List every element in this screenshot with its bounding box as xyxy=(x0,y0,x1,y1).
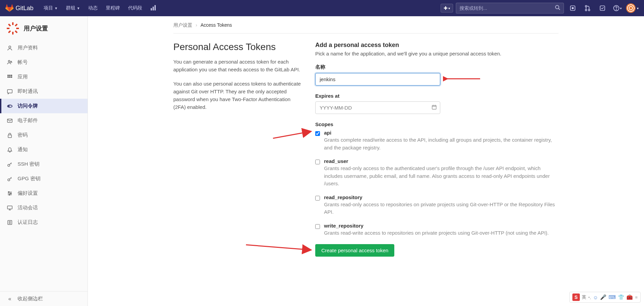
svg-rect-52 xyxy=(432,105,436,109)
svg-point-21 xyxy=(9,46,11,48)
sidebar-item-access-tokens[interactable]: 访问令牌 xyxy=(0,99,88,113)
svg-point-12 xyxy=(616,9,616,10)
merge-request-icon[interactable] xyxy=(581,2,594,14)
svg-rect-43 xyxy=(7,206,12,209)
svg-rect-18 xyxy=(8,30,11,33)
toolbox-icon[interactable]: 🧰 xyxy=(626,294,633,300)
svg-point-40 xyxy=(8,191,9,192)
sidebar-item-notifications[interactable]: 通知 xyxy=(0,142,88,157)
scope-description: Grants read-only access to repositories … xyxy=(324,201,559,216)
svg-rect-28 xyxy=(9,76,10,78)
svg-point-7 xyxy=(585,5,587,7)
chat-icon xyxy=(7,89,13,95)
skin-icon[interactable]: 👕 xyxy=(618,294,624,300)
create-token-button[interactable]: Create personal access token xyxy=(315,244,394,257)
brand-text: GitLab xyxy=(16,5,33,12)
sidebar-item-password[interactable]: 密码 xyxy=(0,128,88,142)
breadcrumb-root[interactable]: 用户设置 xyxy=(173,22,192,28)
scope-checkbox-read_repository[interactable] xyxy=(315,196,320,201)
scope-read_repository: read_repositoryGrants read-only access t… xyxy=(315,194,559,216)
expires-input[interactable] xyxy=(315,101,440,114)
todos-icon[interactable] xyxy=(596,2,609,14)
svg-rect-0 xyxy=(151,8,152,10)
nav-group[interactable]: 群组▼ xyxy=(62,0,84,16)
description-paragraph: You can generate a personal access token… xyxy=(173,58,302,74)
sidebar-collapse[interactable]: «收起侧边栏 xyxy=(0,291,88,306)
sidebar-item-gpg-keys[interactable]: GPG 密钥 xyxy=(0,171,88,186)
page-title: Personal Access Tokens xyxy=(173,42,302,52)
sidebar-item-preferences[interactable]: 偏好设置 xyxy=(0,186,88,201)
svg-rect-33 xyxy=(7,119,12,122)
scope-write_repository: write_repositoryGrants read-write access… xyxy=(315,223,559,237)
scope-name: write_repository xyxy=(324,223,559,229)
plus-icon: ✚ xyxy=(444,5,448,11)
sidebar-item-account[interactable]: 帐号 xyxy=(0,55,88,70)
chevron-left-icon: « xyxy=(7,296,13,302)
nav-items: 项目▼ 群组▼ 动态 里程碑 代码段 xyxy=(40,0,160,16)
sidebar-header: 用户设置 xyxy=(0,16,88,41)
svg-rect-16 xyxy=(15,30,18,33)
mic-icon[interactable]: 🎤 xyxy=(600,294,606,300)
nav-milestone[interactable]: 里程碑 xyxy=(102,0,124,16)
svg-rect-20 xyxy=(8,24,11,26)
avatar xyxy=(626,3,636,13)
monitor-icon xyxy=(7,205,13,211)
bell-icon xyxy=(7,147,13,153)
scope-description: Grants complete read/write access to the… xyxy=(324,136,559,151)
lock-icon xyxy=(7,132,13,138)
sliders-icon xyxy=(7,190,13,196)
svg-rect-30 xyxy=(7,90,12,93)
keyboard-icon[interactable]: ⌨ xyxy=(609,294,616,300)
chevron-down-icon: ▼ xyxy=(54,6,58,10)
help-icon[interactable]: ▾ xyxy=(611,2,623,14)
gear-cluster-icon xyxy=(6,22,20,35)
search-box[interactable] xyxy=(456,3,564,14)
sidebar-item-emails[interactable]: 电子邮件 xyxy=(0,113,88,128)
chevron-down-icon: ▼ xyxy=(77,6,80,10)
svg-rect-2 xyxy=(154,5,155,10)
sidebar-item-chat[interactable]: 即时通讯 xyxy=(0,84,88,99)
search-icon xyxy=(555,5,560,11)
description-column: Personal Access Tokens You can generate … xyxy=(173,42,302,257)
svg-rect-24 xyxy=(7,75,9,76)
nav-snippet[interactable]: 代码段 xyxy=(124,0,146,16)
scope-checkbox-read_user[interactable] xyxy=(315,160,320,164)
nav-project[interactable]: 项目▼ xyxy=(40,0,62,16)
svg-rect-15 xyxy=(16,28,19,29)
form-heading: Add a personal access token xyxy=(315,42,559,49)
sidebar-item-applications[interactable]: 应用 xyxy=(0,70,88,84)
ime-logo-icon: S xyxy=(572,293,580,301)
user-menu[interactable]: ▾ xyxy=(626,3,639,13)
ime-lang[interactable]: 英 xyxy=(582,294,586,300)
ime-menu-icon[interactable]: ≡ xyxy=(635,295,638,300)
breadcrumb-separator: › xyxy=(196,22,197,28)
create-new-button[interactable]: ✚▾ xyxy=(441,4,453,13)
gitlab-logo[interactable]: GitLab xyxy=(5,4,33,12)
sidebar-item-sessions[interactable]: 活动会话 xyxy=(0,201,88,215)
nav-analytics[interactable] xyxy=(146,0,160,16)
key-icon xyxy=(7,161,13,167)
calendar-icon[interactable] xyxy=(431,104,437,111)
scope-checkbox-api[interactable] xyxy=(315,131,320,136)
smile-icon[interactable]: ☺ xyxy=(593,295,598,300)
name-label: 名称 xyxy=(315,64,559,70)
svg-rect-27 xyxy=(7,76,9,78)
sidebar-item-profile[interactable]: 用户资料 xyxy=(0,41,88,55)
svg-rect-25 xyxy=(9,75,10,76)
svg-point-32 xyxy=(8,105,9,107)
svg-rect-34 xyxy=(8,135,11,138)
svg-point-23 xyxy=(11,61,12,62)
ime-toolbar: S 英 •, ☺ 🎤 ⌨ 👕 🧰 ≡ xyxy=(569,292,641,303)
scope-checkbox-write_repository[interactable] xyxy=(315,224,320,229)
nav-activity[interactable]: 动态 xyxy=(84,0,102,16)
breadcrumb-current: Access Tokens xyxy=(200,22,232,28)
main-content: 用户设置 › Access Tokens Personal Access Tok… xyxy=(88,16,644,306)
sidebar-item-audit-log[interactable]: 认证日志 xyxy=(0,215,88,230)
name-input[interactable] xyxy=(315,73,440,86)
svg-point-3 xyxy=(555,5,559,9)
search-input[interactable] xyxy=(460,5,555,11)
sidebar-item-ssh-keys[interactable]: SSH 密钥 xyxy=(0,157,88,171)
chevron-down-icon: ▾ xyxy=(620,6,622,10)
apps-icon xyxy=(7,74,13,80)
issues-icon[interactable] xyxy=(567,2,579,14)
